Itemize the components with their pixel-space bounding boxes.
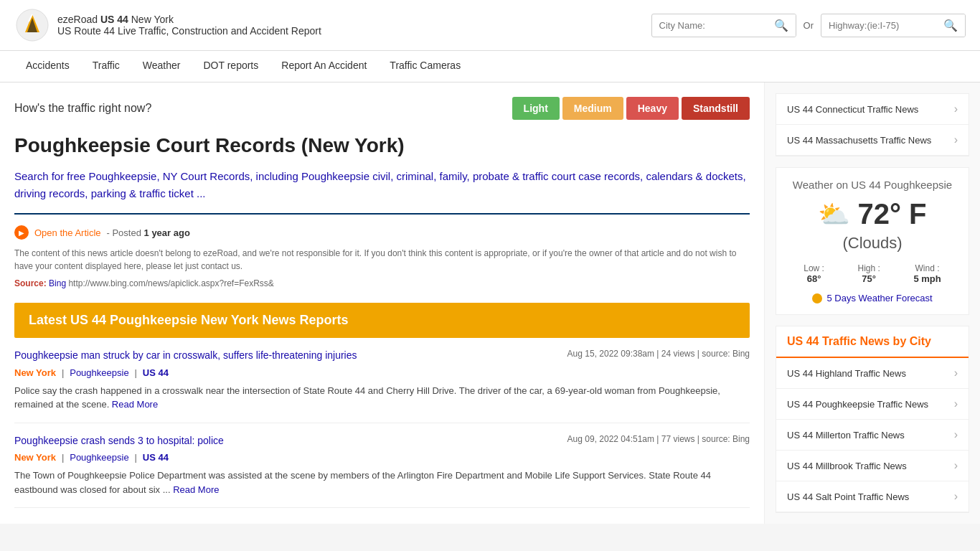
sidebar-link-connecticut[interactable]: US 44 Connecticut Traffic News › [776, 94, 969, 125]
weather-widget: Weather on US 44 Poughkeepsie ⛅ 72° F (C… [776, 167, 969, 315]
news-item-header: Poughkeepsie man struck by car in crossw… [14, 349, 750, 363]
article-meta: ▶ Open the Article - Posted 1 year ago [14, 225, 750, 240]
article-disclaimer: The content of this news article doesn't… [14, 247, 750, 273]
forecast-dot-icon [812, 293, 822, 303]
source-name: Bing [49, 278, 66, 288]
city-search-button[interactable]: 🔍 [767, 14, 796, 37]
weather-title: Weather on US 44 Poughkeepsie [787, 179, 958, 191]
news-tags-2: New York | Poughkeepsie | US 44 [14, 451, 750, 463]
weather-low: Low : 68° [804, 263, 824, 284]
wind-value: 5 mph [913, 273, 941, 284]
news-body-2: The Town of Poughkeepsie Police Departme… [14, 468, 750, 496]
tag-us44-2: US 44 [143, 452, 169, 463]
weather-temp: ⛅ 72° F [787, 198, 958, 230]
chevron-right-icon: › [954, 133, 958, 146]
news-item-title-2[interactable]: Poughkeepsie crash sends 3 to hospital: … [14, 434, 224, 448]
traffic-status-bar: How's the traffic right now? Light Mediu… [14, 97, 750, 120]
city-search-input[interactable] [652, 16, 767, 35]
chevron-right-icon: › [954, 459, 958, 472]
latest-news-banner: Latest US 44 Poughkeepsie New York News … [14, 303, 750, 338]
high-value: 75° [858, 273, 880, 284]
sidebar-link-label: US 44 Salt Point Traffic News [787, 491, 909, 502]
sidebar-link-label: US 44 Millerton Traffic News [787, 430, 905, 441]
article-divider [14, 213, 750, 215]
search-area: 🔍 Or 🔍 [651, 14, 966, 37]
city-search-box[interactable]: 🔍 [651, 14, 796, 37]
chevron-right-icon: › [954, 397, 958, 410]
sidebar-link-label: US 44 Millbrook Traffic News [787, 461, 907, 471]
cloud-icon: ⛅ [818, 199, 850, 230]
news-item: Poughkeepsie crash sends 3 to hospital: … [14, 423, 750, 509]
news-item-header: Poughkeepsie crash sends 3 to hospital: … [14, 434, 750, 448]
traffic-medium-button[interactable]: Medium [562, 97, 623, 120]
news-item: Poughkeepsie man struck by car in crossw… [14, 338, 750, 423]
weather-high: High : 75° [858, 263, 880, 284]
traffic-question: How's the traffic right now? [14, 102, 151, 115]
traffic-light-button[interactable]: Light [512, 97, 560, 120]
news-body: Police say the crash happened in a cross… [14, 384, 750, 412]
play-icon: ▶ [14, 225, 29, 240]
high-label: High : [858, 263, 880, 273]
sidebar-link-millbrook[interactable]: US 44 Millbrook Traffic News › [776, 451, 969, 481]
source-line: Source: Bing http://www.bing.com/news/ap… [14, 278, 750, 288]
news-item-title[interactable]: Poughkeepsie man struck by car in crossw… [14, 349, 357, 363]
forecast-label: 5 Days Weather Forecast [826, 293, 932, 303]
posted-prefix: - Posted [107, 227, 141, 238]
logo-area: ezeRoad US 44 New York US Route 44 Live … [14, 7, 321, 43]
brand-subtitle: US Route 44 Live Traffic, Construction a… [57, 25, 321, 37]
read-more-link-2[interactable]: Read More [173, 484, 219, 495]
weather-details: Low : 68° High : 75° Wind : 5 mph [787, 263, 958, 284]
news-item-meta-2: Aug 09, 2022 04:51am | 77 views | source… [567, 434, 750, 444]
tag-city-2: Poughkeepsie [70, 452, 128, 463]
highway-search-button[interactable]: 🔍 [936, 14, 965, 37]
source-url: http://www.bing.com/news/apiclick.aspx?r… [68, 278, 273, 288]
nav-traffic-cameras[interactable]: Traffic Cameras [378, 51, 472, 82]
sidebar-link-massachusetts[interactable]: US 44 Massachusetts Traffic News › [776, 125, 969, 156]
ezeroad-logo-icon [14, 7, 50, 43]
tag-newyork-2: New York [14, 452, 56, 463]
tag-newyork: New York [14, 367, 56, 378]
chevron-right-icon: › [954, 428, 958, 441]
tag-city: Poughkeepsie [70, 367, 128, 378]
chevron-right-icon: › [954, 490, 958, 503]
chevron-right-icon: › [954, 103, 958, 116]
nav-traffic[interactable]: Traffic [81, 51, 131, 82]
article-excerpt: Search for free Poughkeepsie, NY Court R… [14, 168, 750, 202]
brand-ezeroad: ezeRoad [57, 14, 98, 25]
weather-condition: (Clouds) [787, 234, 958, 253]
open-article-link[interactable]: Open the Article [34, 227, 101, 238]
sidebar-link-poughkeepsie[interactable]: US 44 Poughkeepsie Traffic News › [776, 389, 969, 420]
article-title: Poughkeepsie Court Records (New York) [14, 134, 750, 157]
highway-search-box[interactable]: 🔍 [821, 14, 966, 37]
logo-text: ezeRoad US 44 New York US Route 44 Live … [57, 14, 321, 37]
nav-accidents[interactable]: Accidents [14, 51, 81, 82]
sidebar-link-highland[interactable]: US 44 Highland Traffic News › [776, 358, 969, 389]
forecast-link[interactable]: 5 Days Weather Forecast [787, 293, 958, 303]
posted-text: - Posted 1 year ago [107, 227, 190, 238]
traffic-heavy-button[interactable]: Heavy [626, 97, 679, 120]
state-links-section: US 44 Connecticut Traffic News › US 44 M… [776, 93, 969, 156]
or-separator: Or [804, 20, 814, 31]
low-value: 68° [804, 273, 824, 284]
brand-location: New York [131, 14, 174, 25]
source-label: Source: [14, 278, 47, 288]
nav-dot-reports[interactable]: DOT reports [192, 51, 270, 82]
city-traffic-section: US 44 Traffic News by City US 44 Highlan… [776, 326, 969, 513]
low-label: Low : [804, 263, 824, 273]
sidebar-link-millerton[interactable]: US 44 Millerton Traffic News › [776, 420, 969, 451]
chevron-right-icon: › [954, 367, 958, 380]
posted-time: 1 year ago [144, 227, 190, 238]
sidebar-link-label: US 44 Connecticut Traffic News [787, 104, 918, 115]
nav-report-accident[interactable]: Report An Accident [270, 51, 378, 82]
weather-wind: Wind : 5 mph [913, 263, 941, 284]
nav-weather[interactable]: Weather [131, 51, 192, 82]
traffic-standstill-button[interactable]: Standstill [682, 97, 750, 120]
highway-search-input[interactable] [821, 16, 936, 35]
site-header: ezeRoad US 44 New York US Route 44 Live … [0, 0, 980, 51]
sidebar-link-saltpoint[interactable]: US 44 Salt Point Traffic News › [776, 481, 969, 512]
sidebar-link-label: US 44 Highland Traffic News [787, 368, 906, 379]
wind-label: Wind : [913, 263, 941, 273]
news-tags: New York | Poughkeepsie | US 44 [14, 367, 750, 378]
traffic-buttons: Light Medium Heavy Standstill [512, 97, 750, 120]
read-more-link-1[interactable]: Read More [112, 399, 158, 410]
